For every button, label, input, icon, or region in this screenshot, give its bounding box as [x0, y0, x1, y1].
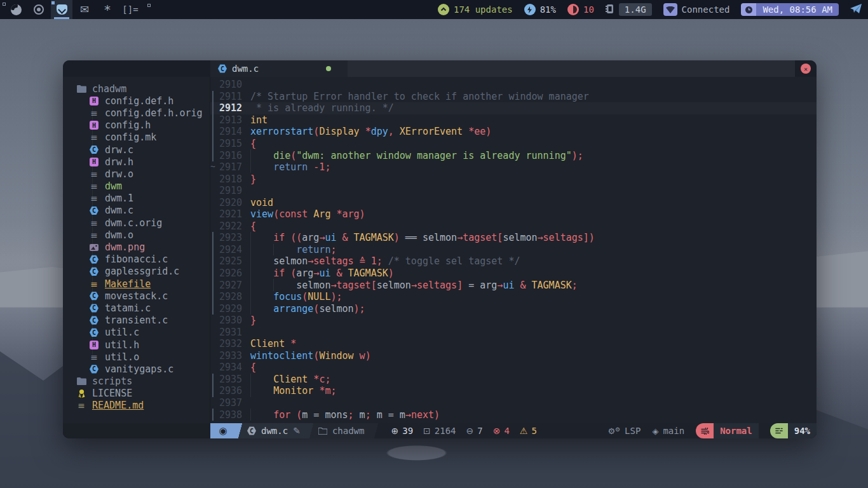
- memory-module[interactable]: 1.4G: [606, 3, 652, 16]
- workspace-chrome[interactable]: [28, 0, 50, 19]
- code-line-2934[interactable]: 2934{: [210, 362, 817, 374]
- list-file-icon: ≡: [90, 218, 98, 228]
- tree-item-movestack-c[interactable]: Cmovestack.c: [63, 290, 210, 302]
- code-line-2928[interactable]: 2928 focus(NULL);: [210, 291, 817, 303]
- git-branch: ◈ main: [652, 426, 684, 436]
- tree-item-label: config.def.h: [105, 95, 173, 107]
- code-line-2919[interactable]: 2919: [210, 185, 817, 197]
- stat-value: 5: [531, 426, 536, 436]
- tree-item-readme-md[interactable]: ≡README.md: [63, 400, 210, 412]
- code-line-2936[interactable]: 2936 Monitor *m;: [210, 385, 817, 397]
- mail-icon: ✉: [80, 3, 89, 16]
- tree-item-fibonacci-c[interactable]: Cfibonacci.c: [63, 254, 210, 266]
- code-line-2933[interactable]: 2933wintoclient(Window w): [210, 350, 817, 362]
- makefile-icon: ≡: [90, 279, 98, 289]
- tree-item-drw-h[interactable]: Hdrw.h: [63, 156, 210, 168]
- code-line-2923[interactable]: 2923 if ((arg→ui & TAGMASK) ══ selmon→ta…: [210, 232, 817, 244]
- line-number: 2935: [217, 374, 242, 385]
- code-line-2918[interactable]: 2918}: [210, 173, 817, 185]
- code-line-2917[interactable]: ~2917 return -1;: [210, 161, 817, 173]
- code-line-2930[interactable]: 2930}: [210, 315, 817, 327]
- code-line-2926[interactable]: 2926 if (arg→ui & TAGMASK): [210, 268, 817, 280]
- code-line-2938[interactable]: 2938 for (m = mons; m; m = m→next): [210, 409, 817, 421]
- code-line-2911[interactable]: 2911/* Startup Error handler to check if…: [210, 91, 817, 103]
- layout-indicator[interactable]: []=: [119, 0, 141, 19]
- indent-guide: [250, 279, 251, 291]
- buffer-tab-dwmc[interactable]: C dwm.c: [210, 60, 348, 77]
- code-line-2913[interactable]: 2913int: [210, 114, 817, 126]
- tree-item-label: dwm.o: [105, 229, 133, 241]
- tree-item-license[interactable]: LICENSE: [63, 388, 210, 400]
- code-line-2916[interactable]: 2916 die("dwm: another window manager is…: [210, 149, 817, 161]
- line-number: 2923: [217, 232, 242, 243]
- tree-item-config-mk[interactable]: ≡config.mk: [63, 132, 210, 144]
- tree-item-dwm-c[interactable]: Cdwm.c: [63, 205, 210, 217]
- code-line-2922[interactable]: 2922{: [210, 220, 817, 233]
- tree-item-config-def-h[interactable]: Hconfig.def.h: [63, 95, 210, 107]
- git-added-sign: [210, 244, 217, 256]
- code-line-2920[interactable]: 2920void: [210, 196, 817, 208]
- telegram-plane-icon[interactable]: [850, 4, 862, 16]
- line-number: 2937: [217, 397, 242, 409]
- tree-item-dwm-c-orig[interactable]: ≡dwm.c.orig: [63, 217, 210, 229]
- clock-module[interactable]: Wed, 08:56 AM: [741, 3, 839, 16]
- tree-item-drw-o[interactable]: ≡drw.o: [63, 168, 210, 180]
- tree-item-label: util.c: [105, 327, 139, 338]
- workspace-mail[interactable]: ✉: [74, 0, 95, 19]
- tree-item-dwm-1[interactable]: ≡dwm.1: [63, 193, 210, 205]
- code-editor[interactable]: 29102911/* Startup Error handler to chec…: [210, 77, 817, 423]
- h-file-icon: H: [90, 121, 98, 130]
- code-line-2914[interactable]: 2914xerrorstart(Display *dpy, XErrorEven…: [210, 126, 817, 138]
- tree-item-label: LICENSE: [92, 388, 132, 399]
- code-line-2929[interactable]: 2929 arrange(selmon);: [210, 302, 817, 315]
- tree-item-config-h[interactable]: Hconfig.h: [63, 119, 210, 132]
- battery-module[interactable]: 81%: [524, 4, 556, 15]
- tree-item-tatami-c[interactable]: Ctatami.c: [63, 302, 210, 314]
- statusline-dirname: chadwm: [332, 426, 365, 436]
- tree-item-label: drw.h: [105, 156, 133, 168]
- close-buffer-button[interactable]: ✕: [801, 64, 811, 74]
- tree-item-label: drw.o: [105, 168, 133, 180]
- code-line-2932[interactable]: 2932Client *: [210, 338, 817, 350]
- code-line-2910[interactable]: 2910: [210, 79, 817, 91]
- code-line-2924[interactable]: 2924 return;: [210, 244, 817, 256]
- code-line-2925[interactable]: 2925 selmon→seltags ≙ 1; /* toggle sel t…: [210, 255, 817, 268]
- code-line-2921[interactable]: 2921view(const Arg *arg): [210, 208, 817, 220]
- tree-item-chadwm[interactable]: chadwm: [63, 83, 210, 95]
- tree-item-dwm-png[interactable]: dwm.png: [63, 241, 210, 253]
- network-module[interactable]: Connected: [663, 3, 730, 16]
- c-file-icon: C: [90, 365, 98, 374]
- tree-item-util-c[interactable]: Cutil.c: [63, 327, 210, 339]
- list-file-icon: ≡: [90, 169, 98, 179]
- network-status: Connected: [682, 4, 730, 15]
- tree-item-makefile[interactable]: ≡Makefile: [63, 278, 210, 290]
- tree-item-vanitygaps-c[interactable]: Cvanitygaps.c: [63, 363, 210, 375]
- square-dot-icon: ⊡: [423, 426, 431, 436]
- code-text: wintoclient(Window w): [250, 350, 817, 362]
- workspace-misc[interactable]: *: [97, 0, 118, 19]
- tree-item-dwm[interactable]: ≡dwm: [63, 180, 210, 193]
- tree-item-config-def-h-orig[interactable]: ≡config.def.h.orig: [63, 107, 210, 119]
- tree-item-dwm-o[interactable]: ≡dwm.o: [63, 229, 210, 241]
- workspace-pocket-active[interactable]: [51, 0, 72, 19]
- code-line-2912[interactable]: 2912 * is already running. */: [210, 102, 817, 114]
- tree-item-label: dwm.1: [105, 193, 133, 204]
- tree-item-drw-c[interactable]: Cdrw.c: [63, 144, 210, 156]
- code-line-2931[interactable]: 2931: [210, 326, 817, 338]
- temp-module[interactable]: 10: [567, 4, 594, 15]
- workspace-firefox[interactable]: [5, 0, 27, 19]
- code-line-2927[interactable]: 2927 selmon→tagset[selmon→seltags] = arg…: [210, 279, 817, 291]
- indent-guide: [250, 244, 251, 256]
- code-line-2935[interactable]: 2935 Client *c;: [210, 374, 817, 386]
- sign-column: [210, 220, 217, 233]
- tree-item-gaplessgrid-c[interactable]: Cgaplessgrid.c: [63, 266, 210, 278]
- sign-column: [210, 338, 217, 350]
- tree-item-transient-c[interactable]: Ctransient.c: [63, 315, 210, 327]
- tree-item-util-o[interactable]: ≡util.o: [63, 351, 210, 363]
- code-line-2937[interactable]: 2937: [210, 397, 817, 409]
- tree-item-util-h[interactable]: Hutil.h: [63, 339, 210, 351]
- code-line-2915[interactable]: 2915{: [210, 138, 817, 150]
- updates-module[interactable]: 174 updates: [438, 4, 513, 15]
- line-number: 2914: [217, 126, 242, 137]
- tree-item-scripts[interactable]: scripts: [63, 376, 210, 388]
